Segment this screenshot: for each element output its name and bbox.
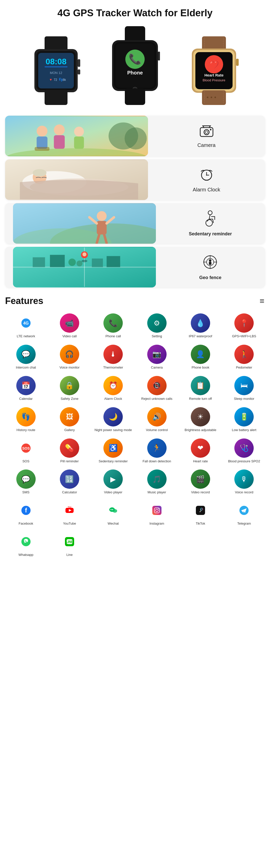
svg-point-90: [68, 258, 76, 266]
svg-rect-87: [50, 255, 65, 267]
feature-item: 💧IP67 waterproof: [180, 311, 221, 341]
feature-item: 👤Phone book: [180, 343, 221, 372]
feature-label: Remote turn off: [189, 397, 212, 401]
feature-icon: 👣: [16, 407, 36, 427]
feature-icon: ▶: [103, 469, 123, 489]
feature-label: Pedometer: [236, 366, 252, 370]
feature-label: Phone call: [105, 334, 121, 339]
feature-item: 🛏Sleep monitor: [223, 374, 265, 403]
feature-label: Pill reminder: [60, 459, 79, 464]
sleeping-svg: [5, 159, 148, 200]
feature-item: 📷Camera: [136, 343, 178, 372]
feature-item: 📍GPS+WIFI+LBS: [223, 311, 265, 341]
geofence-svg: [13, 247, 156, 287]
feature-item: YouYouTube: [49, 499, 90, 528]
feature-icon: You: [60, 501, 79, 520]
feature-label: Whatsapp: [18, 553, 33, 557]
svg-text:f: f: [25, 507, 27, 514]
svg-rect-34: [202, 90, 226, 105]
feature-item: 🏃Fall down detection: [136, 436, 178, 466]
svg-rect-48: [54, 135, 65, 149]
sedentary-content: Sedentary reminder: [156, 208, 265, 239]
feature-label: Low battery alert: [232, 428, 256, 432]
feature-label: Facebook: [19, 522, 33, 526]
svg-point-43: [125, 127, 147, 150]
feature-item: 🔢Calculator: [49, 467, 90, 497]
hamburger-menu-icon[interactable]: ≡: [260, 298, 265, 304]
svg-text:Phone: Phone: [127, 70, 143, 75]
sedentary-banner: Sedentary reminder: [5, 203, 265, 244]
feature-item: 🎵Music player: [136, 467, 178, 497]
svg-point-37: [207, 97, 208, 98]
svg-point-45: [37, 126, 48, 136]
feature-label: Sedentary reminder: [99, 459, 128, 464]
feature-icon: [103, 501, 123, 520]
feature-item: 🎧Voice monitor: [49, 343, 90, 372]
feature-icon: ☀: [191, 407, 210, 427]
feature-item: 💊Pill reminder: [49, 436, 90, 466]
feature-icon: 4G: [16, 313, 36, 333]
svg-rect-40: [236, 59, 239, 66]
feature-label: Calculator: [62, 490, 77, 495]
camera-label: Camera: [197, 142, 215, 148]
feature-icon: ⚙: [147, 313, 167, 333]
camera-banner-img: [5, 116, 148, 156]
svg-rect-80: [209, 262, 211, 265]
svg-text:SOS: SOS: [22, 446, 30, 451]
feature-label: Camera: [151, 366, 163, 370]
feature-item: 💬Intercom chat: [5, 343, 47, 372]
feature-icon: 🛏: [234, 376, 254, 395]
feature-label: Safety Zone: [61, 397, 78, 401]
svg-point-79: [209, 259, 211, 262]
svg-point-47: [54, 125, 65, 135]
feature-item: 4GLTE network: [5, 311, 47, 341]
feature-label: Volume control: [146, 428, 168, 432]
svg-rect-50: [74, 136, 84, 149]
geofence-content: Geo fence: [156, 251, 265, 283]
feature-icon: ❤: [191, 438, 210, 458]
svg-point-92: [82, 260, 87, 262]
feature-icon: 💬: [16, 345, 36, 364]
feature-icon: ⏰: [103, 376, 123, 395]
feature-item: ⏰Alarm Clock: [92, 374, 134, 403]
feature-label: Thermometer: [103, 366, 123, 370]
feature-item: 📹Video call: [49, 311, 90, 341]
feature-label: Telegram: [237, 522, 251, 526]
features-grid: 4GLTE network📹Video call📞Phone call⚙Sett…: [0, 309, 270, 567]
feature-label: Wechat: [107, 522, 119, 526]
feature-label: Video player: [104, 490, 122, 495]
svg-point-95: [82, 252, 86, 256]
feature-item: 👣History route: [5, 405, 47, 434]
feature-icon: 🎙: [234, 469, 254, 489]
feature-icon: 💧: [191, 313, 210, 333]
svg-rect-12: [78, 59, 80, 67]
feature-label: Alarm Clock: [104, 397, 122, 401]
feature-icon: 🌙: [103, 407, 123, 427]
svg-rect-109: [152, 506, 161, 515]
feature-label: Heart rate: [193, 459, 208, 464]
feature-label: Voice monitor: [60, 366, 80, 370]
feature-label: YouTube: [63, 522, 76, 526]
alarm-icon: [199, 167, 214, 184]
svg-rect-72: [97, 221, 106, 234]
feature-label: Video record: [191, 490, 210, 495]
watch-left-svg: 08:08 MON 12 ♥ 72 👣 8k: [19, 36, 93, 105]
feature-label: History route: [17, 428, 35, 432]
svg-rect-22: [125, 89, 145, 105]
feature-label: Brightness adjustable: [185, 428, 216, 432]
feature-icon: 🖼: [60, 407, 79, 427]
svg-point-65: [206, 175, 207, 176]
watch-center-svg: 📞 Phone: [101, 26, 169, 105]
feature-icon: 🚶: [234, 345, 254, 364]
feature-item: 🔊Volume control: [136, 405, 178, 434]
feature-icon: 📹: [60, 313, 79, 333]
feature-icon: ♿: [103, 438, 123, 458]
feature-icon: 📅: [16, 376, 36, 395]
sedentary-svg: [13, 203, 156, 244]
feature-icon: LINE: [60, 532, 79, 551]
feature-item: 🚶Pedometer: [223, 343, 265, 372]
geofence-icon: [202, 254, 219, 273]
feature-item: ▶Video player: [92, 467, 134, 497]
feature-label: SOS: [22, 459, 29, 464]
feature-item: 🔋Low battery alert: [223, 405, 265, 434]
